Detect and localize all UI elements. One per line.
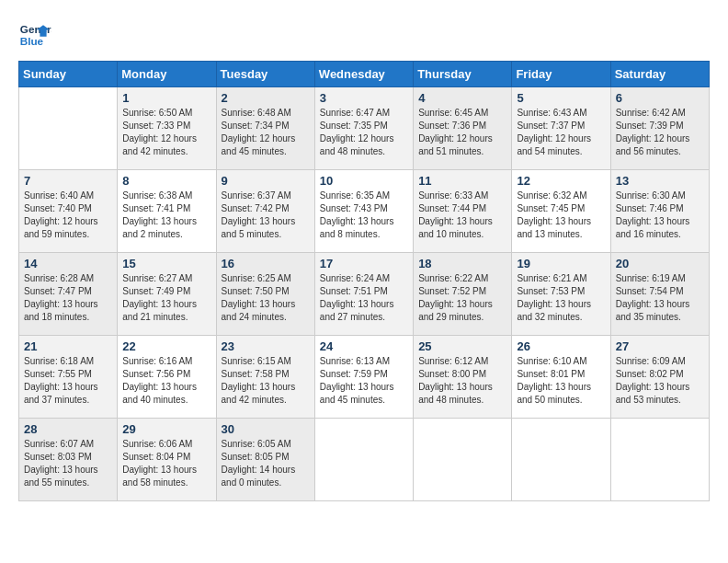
page-header: General Blue <box>18 18 710 52</box>
day-number: 29 <box>122 422 210 436</box>
day-cell: 19Sunrise: 6:21 AM Sunset: 7:53 PM Dayli… <box>512 253 610 336</box>
day-number: 24 <box>320 339 408 353</box>
day-number: 26 <box>517 339 605 353</box>
column-header-monday: Monday <box>118 62 216 87</box>
day-cell <box>414 419 512 501</box>
day-number: 6 <box>616 91 704 105</box>
week-row-4: 21Sunrise: 6:18 AM Sunset: 7:55 PM Dayli… <box>19 336 710 419</box>
day-number: 18 <box>418 257 506 270</box>
day-cell: 30Sunrise: 6:05 AM Sunset: 8:05 PM Dayli… <box>216 419 314 501</box>
week-row-1: 1Sunrise: 6:50 AM Sunset: 7:33 PM Daylig… <box>19 87 710 170</box>
day-info: Sunrise: 6:33 AM Sunset: 7:44 PM Dayligh… <box>418 190 506 241</box>
column-header-sunday: Sunday <box>19 62 118 87</box>
column-header-wednesday: Wednesday <box>314 62 413 87</box>
day-cell: 8Sunrise: 6:38 AM Sunset: 7:41 PM Daylig… <box>118 170 216 253</box>
day-number: 19 <box>517 257 605 270</box>
day-number: 20 <box>616 257 704 270</box>
day-cell: 5Sunrise: 6:43 AM Sunset: 7:37 PM Daylig… <box>512 87 610 170</box>
day-info: Sunrise: 6:40 AM Sunset: 7:40 PM Dayligh… <box>24 190 112 241</box>
column-header-thursday: Thursday <box>414 62 512 87</box>
week-row-5: 28Sunrise: 6:07 AM Sunset: 8:03 PM Dayli… <box>19 419 710 501</box>
day-cell: 6Sunrise: 6:42 AM Sunset: 7:39 PM Daylig… <box>610 87 709 170</box>
column-header-saturday: Saturday <box>610 62 709 87</box>
day-number: 2 <box>222 91 310 105</box>
day-cell: 21Sunrise: 6:18 AM Sunset: 7:55 PM Dayli… <box>19 336 118 419</box>
calendar-table: SundayMondayTuesdayWednesdayThursdayFrid… <box>18 61 710 501</box>
day-number: 5 <box>517 91 605 105</box>
day-info: Sunrise: 6:12 AM Sunset: 8:00 PM Dayligh… <box>418 355 506 407</box>
day-info: Sunrise: 6:47 AM Sunset: 7:35 PM Dayligh… <box>320 107 408 158</box>
day-cell: 2Sunrise: 6:48 AM Sunset: 7:34 PM Daylig… <box>216 87 314 170</box>
calendar-header-row: SundayMondayTuesdayWednesdayThursdayFrid… <box>19 62 710 87</box>
day-info: Sunrise: 6:13 AM Sunset: 7:59 PM Dayligh… <box>320 355 408 407</box>
day-number: 3 <box>320 91 408 105</box>
day-info: Sunrise: 6:07 AM Sunset: 8:03 PM Dayligh… <box>24 438 112 489</box>
calendar-body: 1Sunrise: 6:50 AM Sunset: 7:33 PM Daylig… <box>19 87 710 501</box>
day-number: 12 <box>517 174 605 188</box>
day-cell: 27Sunrise: 6:09 AM Sunset: 8:02 PM Dayli… <box>610 336 709 419</box>
day-cell <box>19 87 118 170</box>
day-number: 25 <box>418 339 506 353</box>
day-cell: 1Sunrise: 6:50 AM Sunset: 7:33 PM Daylig… <box>118 87 216 170</box>
day-info: Sunrise: 6:50 AM Sunset: 7:33 PM Dayligh… <box>122 107 210 158</box>
day-info: Sunrise: 6:18 AM Sunset: 7:55 PM Dayligh… <box>24 355 112 407</box>
day-info: Sunrise: 6:32 AM Sunset: 7:45 PM Dayligh… <box>517 190 605 241</box>
day-info: Sunrise: 6:21 AM Sunset: 7:53 PM Dayligh… <box>517 272 605 324</box>
day-info: Sunrise: 6:24 AM Sunset: 7:51 PM Dayligh… <box>320 272 408 324</box>
day-number: 30 <box>222 422 310 436</box>
day-cell: 7Sunrise: 6:40 AM Sunset: 7:40 PM Daylig… <box>19 170 118 253</box>
day-number: 16 <box>222 257 310 270</box>
day-number: 11 <box>418 174 506 188</box>
logo: General Blue <box>18 18 51 52</box>
day-info: Sunrise: 6:15 AM Sunset: 7:58 PM Dayligh… <box>222 355 310 407</box>
day-number: 13 <box>616 174 704 188</box>
day-cell: 18Sunrise: 6:22 AM Sunset: 7:52 PM Dayli… <box>414 253 512 336</box>
day-cell <box>314 419 413 501</box>
day-info: Sunrise: 6:22 AM Sunset: 7:52 PM Dayligh… <box>418 272 506 324</box>
day-number: 28 <box>24 422 112 436</box>
day-number: 22 <box>122 339 210 353</box>
day-cell <box>512 419 610 501</box>
day-cell: 11Sunrise: 6:33 AM Sunset: 7:44 PM Dayli… <box>414 170 512 253</box>
day-info: Sunrise: 6:09 AM Sunset: 8:02 PM Dayligh… <box>616 355 704 407</box>
week-row-3: 14Sunrise: 6:28 AM Sunset: 7:47 PM Dayli… <box>19 253 710 336</box>
day-number: 4 <box>418 91 506 105</box>
day-info: Sunrise: 6:42 AM Sunset: 7:39 PM Dayligh… <box>616 107 704 158</box>
day-number: 9 <box>222 174 310 188</box>
day-number: 8 <box>122 174 210 188</box>
day-number: 21 <box>24 339 112 353</box>
day-cell: 20Sunrise: 6:19 AM Sunset: 7:54 PM Dayli… <box>610 253 709 336</box>
day-info: Sunrise: 6:48 AM Sunset: 7:34 PM Dayligh… <box>222 107 310 158</box>
day-cell: 17Sunrise: 6:24 AM Sunset: 7:51 PM Dayli… <box>314 253 413 336</box>
day-info: Sunrise: 6:27 AM Sunset: 7:49 PM Dayligh… <box>122 272 210 324</box>
day-cell: 14Sunrise: 6:28 AM Sunset: 7:47 PM Dayli… <box>19 253 118 336</box>
day-info: Sunrise: 6:45 AM Sunset: 7:36 PM Dayligh… <box>418 107 506 158</box>
week-row-2: 7Sunrise: 6:40 AM Sunset: 7:40 PM Daylig… <box>19 170 710 253</box>
column-header-friday: Friday <box>512 62 610 87</box>
day-cell: 26Sunrise: 6:10 AM Sunset: 8:01 PM Dayli… <box>512 336 610 419</box>
day-cell: 25Sunrise: 6:12 AM Sunset: 8:00 PM Dayli… <box>414 336 512 419</box>
day-cell: 15Sunrise: 6:27 AM Sunset: 7:49 PM Dayli… <box>118 253 216 336</box>
day-info: Sunrise: 6:28 AM Sunset: 7:47 PM Dayligh… <box>24 272 112 324</box>
day-info: Sunrise: 6:05 AM Sunset: 8:05 PM Dayligh… <box>222 438 310 489</box>
day-number: 7 <box>24 174 112 188</box>
day-cell: 29Sunrise: 6:06 AM Sunset: 8:04 PM Dayli… <box>118 419 216 501</box>
day-info: Sunrise: 6:43 AM Sunset: 7:37 PM Dayligh… <box>517 107 605 158</box>
day-number: 23 <box>222 339 310 353</box>
day-info: Sunrise: 6:25 AM Sunset: 7:50 PM Dayligh… <box>222 272 310 324</box>
day-cell: 22Sunrise: 6:16 AM Sunset: 7:56 PM Dayli… <box>118 336 216 419</box>
day-cell: 23Sunrise: 6:15 AM Sunset: 7:58 PM Dayli… <box>216 336 314 419</box>
day-cell: 16Sunrise: 6:25 AM Sunset: 7:50 PM Dayli… <box>216 253 314 336</box>
day-info: Sunrise: 6:30 AM Sunset: 7:46 PM Dayligh… <box>616 190 704 241</box>
day-cell: 28Sunrise: 6:07 AM Sunset: 8:03 PM Dayli… <box>19 419 118 501</box>
day-info: Sunrise: 6:16 AM Sunset: 7:56 PM Dayligh… <box>122 355 210 407</box>
day-number: 10 <box>320 174 408 188</box>
day-info: Sunrise: 6:19 AM Sunset: 7:54 PM Dayligh… <box>616 272 704 324</box>
day-info: Sunrise: 6:35 AM Sunset: 7:43 PM Dayligh… <box>320 190 408 241</box>
day-cell <box>610 419 709 501</box>
day-number: 14 <box>24 257 112 270</box>
day-cell: 3Sunrise: 6:47 AM Sunset: 7:35 PM Daylig… <box>314 87 413 170</box>
day-cell: 24Sunrise: 6:13 AM Sunset: 7:59 PM Dayli… <box>314 336 413 419</box>
day-cell: 12Sunrise: 6:32 AM Sunset: 7:45 PM Dayli… <box>512 170 610 253</box>
day-number: 27 <box>616 339 704 353</box>
